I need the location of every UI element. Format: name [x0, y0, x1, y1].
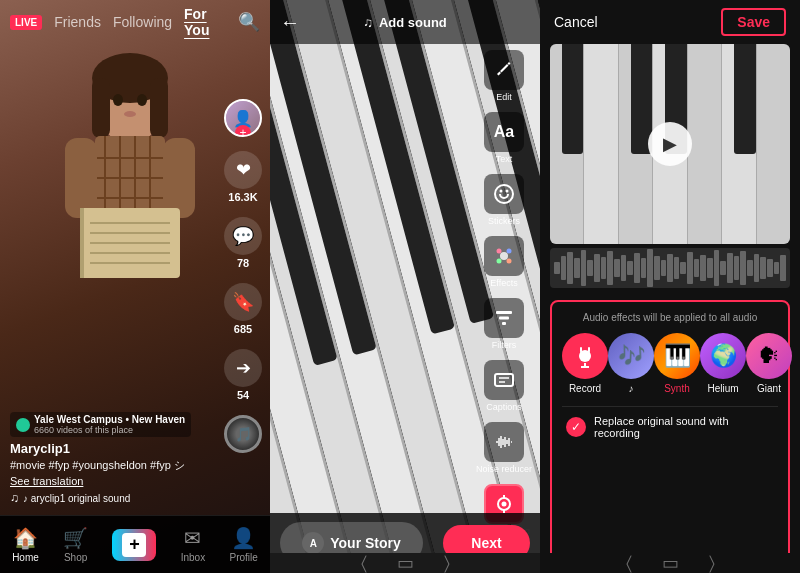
waveform-bar	[700, 255, 706, 281]
home-label: Home	[12, 552, 39, 563]
chipmunk-effect[interactable]: 🎶 ♪	[608, 333, 654, 394]
text-tool[interactable]: Aa Text	[484, 112, 524, 164]
share-icon: ➔	[224, 349, 262, 387]
right-nav-right[interactable]: 〉	[709, 553, 715, 574]
waveform-bar	[680, 262, 686, 274]
sound-info[interactable]: ♫ ♪ aryclip1 original sound	[10, 491, 210, 505]
friends-tab[interactable]: Friends	[54, 14, 101, 30]
for-you-tab[interactable]: For You	[184, 6, 226, 38]
nav-chevron-left[interactable]: 〈	[361, 553, 367, 574]
location-icon	[16, 418, 30, 432]
following-tab[interactable]: Following	[113, 14, 172, 30]
search-icon[interactable]: 🔍	[238, 11, 260, 33]
editor-tools: Edit Aa Text Stickers Effects Filters	[476, 50, 532, 568]
girl-figure	[40, 48, 220, 388]
captions-label: Captions	[486, 402, 522, 412]
comment-button[interactable]: 💬 78	[224, 217, 262, 269]
add-sound-button[interactable]: ♫ Add sound	[363, 15, 447, 30]
location-sub: 6660 videos of this place	[34, 425, 185, 435]
comment-count: 78	[237, 257, 249, 269]
waveform-bar	[627, 261, 633, 275]
waveform-bar	[714, 250, 720, 286]
profile-icon: 👤	[231, 526, 256, 550]
audio-effects-panel: Audio effects will be applied to all aud…	[550, 300, 790, 565]
location-name: Yale West Campus • New Haven	[34, 414, 185, 425]
synth-label: Synth	[664, 383, 690, 394]
music-disc[interactable]: 🎵	[224, 415, 262, 453]
right-nav-left[interactable]: 〈	[626, 553, 632, 574]
waveform-bar	[747, 260, 753, 276]
preview-play-button[interactable]: ▶	[648, 122, 692, 166]
waveform-bar	[727, 253, 733, 283]
check-icon[interactable]: ✓	[566, 417, 586, 437]
follow-plus-icon: +	[235, 125, 251, 137]
svg-point-26	[505, 190, 508, 193]
add-nav-item[interactable]: +	[112, 529, 156, 561]
right-nav-dots: 〈 ▭ 〉	[540, 553, 800, 573]
cancel-button[interactable]: Cancel	[554, 14, 598, 30]
waveform-bar	[720, 261, 726, 275]
waveform-bar	[587, 260, 593, 276]
waveform-bar	[667, 254, 673, 282]
svg-point-29	[506, 249, 511, 254]
svg-point-5	[137, 94, 147, 106]
stickers-tool[interactable]: Stickers	[484, 174, 524, 226]
profile-nav-item[interactable]: 👤 Profile	[229, 526, 257, 563]
svg-point-24	[495, 185, 513, 203]
effects-row: Record 🎶 ♪ 🎹 Synth 🌍 Helium 🗣 Giant	[562, 333, 778, 394]
svg-point-28	[496, 249, 501, 254]
like-button[interactable]: ❤ 16.3K	[224, 151, 262, 203]
waveform-bar	[621, 255, 627, 281]
share-count: 54	[237, 389, 249, 401]
see-translation-link[interactable]: See translation	[10, 475, 210, 487]
nav-home-bar[interactable]: ▭	[397, 552, 414, 573]
effects-tool[interactable]: Effects	[484, 236, 524, 288]
record-effect[interactable]: Record	[562, 333, 608, 394]
right-nav-home[interactable]: ▭	[662, 552, 679, 573]
waveform-bar	[634, 253, 640, 283]
svg-rect-32	[496, 311, 512, 314]
waveform-bar	[614, 259, 620, 277]
filters-tool[interactable]: Filters	[484, 298, 524, 350]
record-label: Record	[569, 383, 601, 394]
svg-point-31	[506, 259, 511, 264]
chipmunk-icon: 🎶	[608, 333, 654, 379]
edit-tool[interactable]: Edit	[484, 50, 524, 102]
inbox-icon: ✉	[184, 526, 201, 550]
shop-nav-item[interactable]: 🛒 Shop	[63, 526, 88, 563]
waveform-bar	[654, 256, 660, 280]
helium-effect[interactable]: 🌍 Helium	[700, 333, 746, 394]
add-sound-label: Add sound	[379, 15, 447, 30]
avatar: 👤 +	[224, 99, 262, 137]
noise-reducer-icon	[484, 422, 524, 462]
svg-rect-15	[65, 138, 97, 218]
noise-reducer-tool[interactable]: Noise reducer	[476, 422, 532, 474]
waveform-bar	[554, 262, 560, 274]
preview-video[interactable]: ▶	[550, 44, 790, 244]
filters-label: Filters	[492, 340, 517, 350]
save-button[interactable]: Save	[721, 8, 786, 36]
comment-icon: 💬	[224, 217, 262, 255]
effects-title: Audio effects will be applied to all aud…	[562, 312, 778, 323]
live-badge[interactable]: LIVE	[10, 15, 42, 30]
location-tag[interactable]: Yale West Campus • New Haven 6660 videos…	[10, 412, 191, 437]
your-story-label: Your Story	[330, 535, 401, 551]
captions-tool[interactable]: Captions	[484, 360, 524, 412]
nav-chevron-right[interactable]: 〉	[444, 553, 450, 574]
username: Maryclip1	[10, 441, 210, 456]
add-button[interactable]: +	[112, 529, 156, 561]
giant-effect[interactable]: 🗣 Giant	[746, 333, 792, 394]
svg-rect-3	[150, 78, 168, 138]
synth-effect[interactable]: 🎹 Synth	[654, 333, 700, 394]
creator-avatar-btn[interactable]: 👤 +	[224, 99, 262, 137]
hashtags: #movie #fyp #youngsheldon #fyp シ	[10, 458, 210, 473]
plus-icon: +	[122, 533, 146, 557]
inbox-nav-item[interactable]: ✉ Inbox	[181, 526, 205, 563]
waveform-bar	[754, 254, 760, 282]
bookmark-button[interactable]: 🔖 685	[224, 283, 262, 335]
share-button[interactable]: ➔ 54	[224, 349, 262, 401]
inbox-label: Inbox	[181, 552, 205, 563]
waveform-bar	[561, 256, 567, 280]
home-nav-item[interactable]: 🏠 Home	[12, 526, 39, 563]
back-arrow-icon[interactable]: ←	[280, 11, 300, 34]
